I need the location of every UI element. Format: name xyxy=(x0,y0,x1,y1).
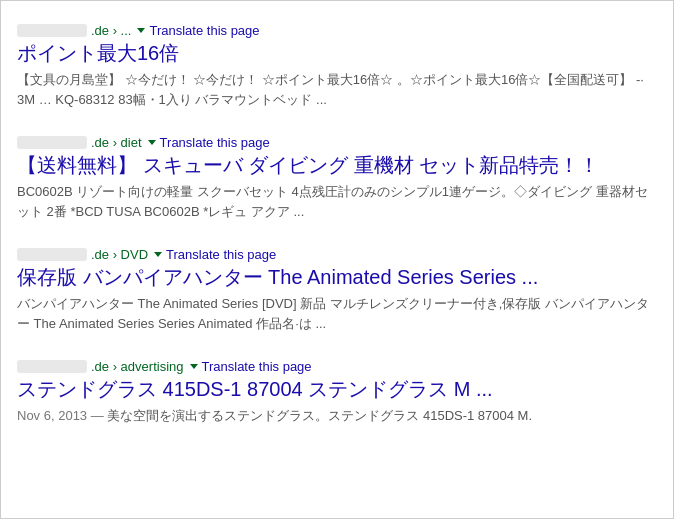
translate-link-2[interactable]: Translate this page xyxy=(160,135,270,150)
url-row-2: .de › dietTranslate this page xyxy=(17,135,657,150)
search-results: .de › ...Translate this pageポイント最大16倍【文具… xyxy=(17,11,657,440)
url-path-2: .de › diet xyxy=(91,135,142,150)
result-4: .de › advertisingTranslate this pageステンド… xyxy=(17,347,657,440)
url-path-3: .de › DVD xyxy=(91,247,148,262)
url-base-3 xyxy=(17,248,87,261)
translate-link-3[interactable]: Translate this page xyxy=(166,247,276,262)
dropdown-arrow-2[interactable] xyxy=(148,140,156,145)
url-path-1: .de › ... xyxy=(91,23,131,38)
url-base-1 xyxy=(17,24,87,37)
result-snippet-1: 【文具の月島堂】 ☆今だけ！ ☆今だけ！ ☆ポイント最大16倍☆ 。☆ポイント最… xyxy=(17,70,657,109)
result-snippet-4: Nov 6, 2013 — 美な空間を演出するステンドグラス。ステンドグラス 4… xyxy=(17,406,657,426)
url-row-1: .de › ...Translate this page xyxy=(17,23,657,38)
url-path-4: .de › advertising xyxy=(91,359,184,374)
translate-link-4[interactable]: Translate this page xyxy=(202,359,312,374)
result-2: .de › dietTranslate this page【送料無料】 スキュー… xyxy=(17,123,657,235)
result-title-2[interactable]: 【送料無料】 スキューバ ダイビング 重機材 セット新品特売！！ xyxy=(17,152,657,178)
dropdown-arrow-1[interactable] xyxy=(137,28,145,33)
dropdown-arrow-4[interactable] xyxy=(190,364,198,369)
result-snippet-2: BC0602B リゾート向けの軽量 スクーバセット 4点残圧計のみのシンプル1連… xyxy=(17,182,657,221)
result-3: .de › DVDTranslate this page保存版 バンパイアハンタ… xyxy=(17,235,657,347)
url-row-3: .de › DVDTranslate this page xyxy=(17,247,657,262)
url-base-2 xyxy=(17,136,87,149)
result-title-4[interactable]: ステンドグラス 415DS-1 87004 ステンドグラス M ... xyxy=(17,376,657,402)
result-title-3[interactable]: 保存版 バンパイアハンター The Animated Series Series… xyxy=(17,264,657,290)
result-title-1[interactable]: ポイント最大16倍 xyxy=(17,40,657,66)
url-row-4: .de › advertisingTranslate this page xyxy=(17,359,657,374)
translate-link-1[interactable]: Translate this page xyxy=(149,23,259,38)
result-snippet-3: バンパイアハンター The Animated Series [DVD] 新品 マ… xyxy=(17,294,657,333)
result-1: .de › ...Translate this pageポイント最大16倍【文具… xyxy=(17,11,657,123)
dropdown-arrow-3[interactable] xyxy=(154,252,162,257)
url-base-4 xyxy=(17,360,87,373)
result-date-4: Nov 6, 2013 — xyxy=(17,408,107,423)
